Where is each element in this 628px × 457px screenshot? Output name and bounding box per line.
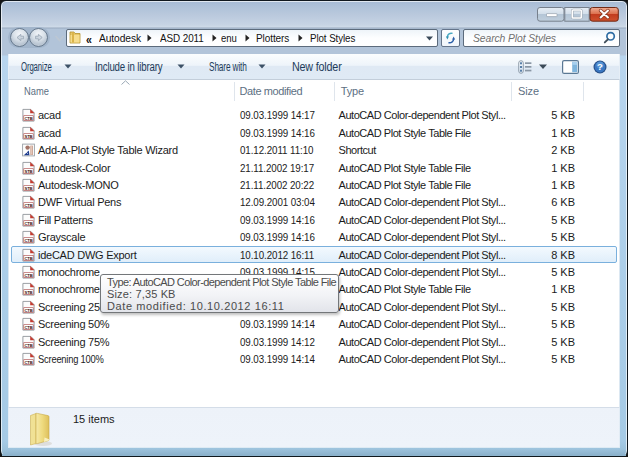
svg-text:CTB: CTB bbox=[24, 325, 32, 330]
svg-text:STB: STB bbox=[25, 186, 33, 191]
svg-text:CTB: CTB bbox=[24, 307, 32, 312]
svg-text:?: ? bbox=[597, 61, 603, 72]
svg-text:STB: STB bbox=[25, 290, 33, 295]
svg-text:CTB: CTB bbox=[24, 116, 32, 121]
svg-text:CTB: CTB bbox=[24, 220, 32, 225]
svg-text:CTB: CTB bbox=[24, 203, 32, 208]
svg-text:CTB: CTB bbox=[24, 360, 32, 365]
svg-text:CTB: CTB bbox=[24, 238, 32, 243]
svg-text:STB: STB bbox=[25, 133, 33, 138]
svg-text:STB: STB bbox=[25, 168, 33, 173]
svg-text:CTB: CTB bbox=[24, 255, 32, 260]
svg-text:CTB: CTB bbox=[24, 273, 32, 278]
svg-text:CTB: CTB bbox=[24, 342, 32, 347]
